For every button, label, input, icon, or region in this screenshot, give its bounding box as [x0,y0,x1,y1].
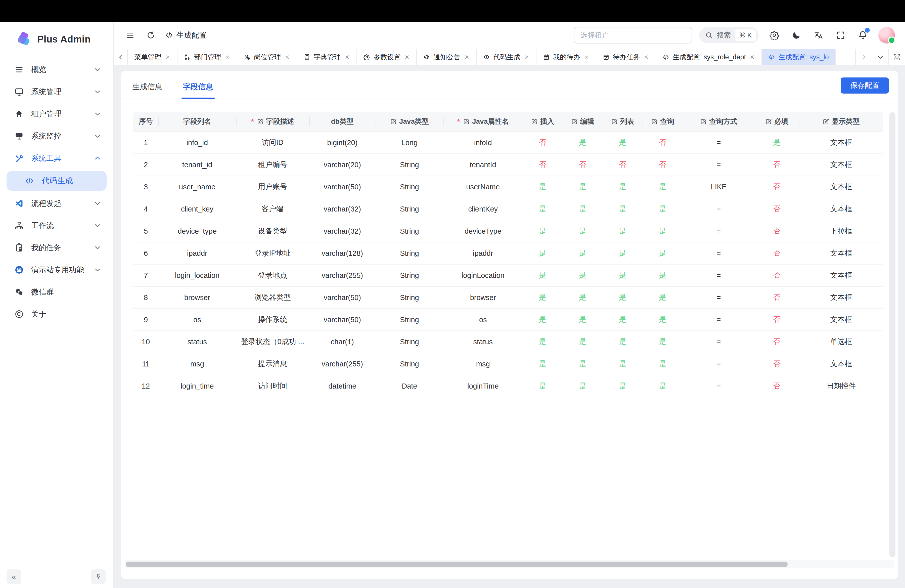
column-header-8[interactable]: 列表 [603,112,643,131]
cell-Java属性名[interactable]: userName [443,176,522,198]
cell-列表[interactable]: 是 [603,176,643,198]
cell-Java属性名[interactable]: loginTime [443,375,522,397]
column-header-12[interactable]: 显示类型 [799,112,883,131]
cell-db类型[interactable]: varchar(20) [309,154,376,176]
sidebar-item-10[interactable]: 关于 [0,305,113,323]
close-icon[interactable] [749,54,755,60]
cell-字段列名[interactable]: login_time [158,375,236,397]
page-tab-6[interactable]: 代码生成 [476,49,537,65]
cell-插入[interactable]: 是 [522,265,563,286]
close-icon[interactable] [345,54,350,60]
cell-字段描述[interactable]: 登录IP地址 [236,242,309,264]
cell-显示类型[interactable]: 单选框 [799,331,883,353]
settings-button[interactable] [768,29,781,42]
tabs-dropdown-button[interactable] [872,49,888,65]
cell-查询[interactable]: 是 [643,353,683,375]
cell-Java类型[interactable]: String [376,154,443,176]
cell-字段列名[interactable]: browser [158,287,236,308]
cell-Java属性名[interactable]: msg [443,353,522,375]
cell-Java属性名[interactable]: clientKey [443,198,522,220]
page-tab-7[interactable]: 我的待办 [537,49,596,65]
table-row-ipaddr[interactable]: 6ipaddr登录IP地址varchar(128)Stringipaddr是是是… [133,242,883,265]
table-row-user_name[interactable]: 3user_name用户账号varchar(50)StringuserName是… [133,176,883,198]
close-icon[interactable] [643,54,649,60]
cell-字段列名[interactable]: ipaddr [158,242,236,264]
sidebar-collapse-button[interactable]: « [6,569,21,584]
table-row-device_type[interactable]: 5device_type设备类型varchar(32)StringdeviceT… [133,220,883,242]
cell-db类型[interactable]: varchar(50) [309,309,376,331]
cell-Java属性名[interactable]: status [443,331,522,353]
cell-插入[interactable]: 是 [522,287,563,308]
cell-列表[interactable]: 是 [603,309,643,331]
cell-查询[interactable]: 是 [643,375,683,397]
table-row-info_id[interactable]: 1info_id访问IDbigint(20)LonginfoId否是是否=是文本… [133,132,883,154]
close-icon[interactable] [584,54,589,60]
close-icon[interactable] [284,54,290,60]
column-header-6[interactable]: 插入 [522,112,563,131]
cell-必填[interactable]: 否 [755,176,799,198]
cell-Java类型[interactable]: String [376,287,443,308]
cell-显示类型[interactable]: 文本框 [799,265,883,286]
cell-Java类型[interactable]: Long [376,132,443,153]
menu-toggle-button[interactable] [124,29,136,41]
cell-编辑[interactable]: 否 [563,154,603,176]
cell-Java属性名[interactable]: browser [443,287,522,308]
cell-db类型[interactable]: bigint(20) [309,132,376,153]
cell-列表[interactable]: 是 [603,265,643,286]
sidebar-item-1[interactable]: 系统管理 [0,83,113,101]
dark-mode-button[interactable] [790,29,803,42]
cell-必填[interactable]: 否 [755,375,799,397]
page-tab-4[interactable]: 参数设置 [357,49,417,65]
tabs-scroll-right-button[interactable] [855,49,872,65]
cell-编辑[interactable]: 是 [563,132,603,153]
column-header-11[interactable]: 必填 [755,112,799,131]
content-maximize-button[interactable] [888,49,905,65]
table-row-tenant_id[interactable]: 2tenant_id租户编号varchar(20)StringtenantId否… [133,154,883,176]
cell-必填[interactable]: 是 [755,132,799,153]
cell-查询方式[interactable]: LIKE [683,176,755,198]
cell-字段列名[interactable]: login_location [158,265,236,286]
global-search-button[interactable]: 搜索 ⌘ K [699,27,759,43]
cell-编辑[interactable]: 是 [563,309,603,331]
cell-显示类型[interactable]: 文本框 [799,287,883,308]
cell-Java属性名[interactable]: deviceType [443,220,522,242]
cell-列表[interactable]: 是 [603,220,643,242]
sidebar-item-0[interactable]: 概览 [0,60,113,79]
cell-字段描述[interactable]: 租户编号 [236,154,309,176]
cell-字段列名[interactable]: os [158,309,236,331]
cell-字段列名[interactable]: user_name [158,176,236,198]
cell-字段描述[interactable]: 设备类型 [236,220,309,242]
column-header-9[interactable]: 查询 [643,112,683,131]
column-header-0[interactable]: 序号 [133,112,158,131]
table-row-msg[interactable]: 11msg提示消息varchar(255)Stringmsg是是是是=否文本框 [133,353,883,375]
cell-Java属性名[interactable]: loginLocation [443,265,522,286]
cell-列表[interactable]: 是 [603,353,643,375]
cell-插入[interactable]: 是 [522,220,563,242]
page-tab-10[interactable]: 生成配置: sys_lo [762,49,836,65]
page-tab-0[interactable]: 菜单管理 [128,49,178,65]
cell-必填[interactable]: 否 [755,154,799,176]
cell-Java属性名[interactable]: ipaddr [443,242,522,264]
cell-查询[interactable]: 是 [643,331,683,353]
cell-插入[interactable]: 是 [522,309,563,331]
user-avatar[interactable] [878,27,895,43]
cell-显示类型[interactable]: 文本框 [799,154,883,176]
close-icon[interactable] [464,54,470,60]
cell-显示类型[interactable]: 文本框 [799,242,883,264]
sidebar-item-5[interactable]: 流程发起 [0,194,113,213]
close-icon[interactable] [165,54,170,60]
cell-查询方式[interactable]: = [683,154,755,176]
cell-显示类型[interactable]: 文本框 [799,176,883,198]
cell-Java类型[interactable]: String [376,198,443,220]
refresh-button[interactable] [145,29,157,41]
cell-插入[interactable]: 否 [522,132,563,153]
cell-插入[interactable]: 否 [522,154,563,176]
sidebar-item-8[interactable]: 演示站专用功能 [0,261,113,279]
cell-字段列名[interactable]: tenant_id [158,154,236,176]
column-header-4[interactable]: Java类型 [376,112,443,131]
cell-字段描述[interactable]: 客户端 [236,198,309,220]
cell-Java类型[interactable]: String [376,331,443,353]
tenant-select-input[interactable] [574,27,692,43]
notifications-button[interactable] [856,29,869,42]
cell-必填[interactable]: 否 [755,242,799,264]
